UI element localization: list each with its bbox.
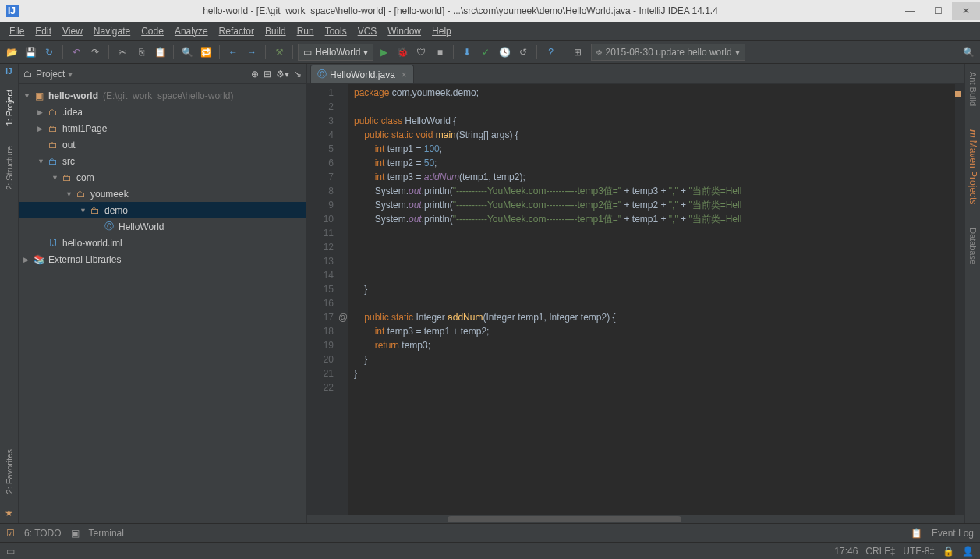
tree-item-HelloWorld[interactable]: ⒸHelloWorld — [19, 218, 306, 235]
folder-icon: 🗀 — [89, 204, 101, 217]
menu-view[interactable]: View — [58, 24, 87, 38]
build-icon[interactable]: ⚒ — [271, 44, 288, 61]
gear-icon[interactable]: ⚙▾ — [276, 69, 289, 80]
menu-analyze[interactable]: Analyze — [170, 24, 213, 38]
hector-icon[interactable]: 👤 — [962, 546, 974, 557]
chevron-down-icon: ▾ — [735, 47, 740, 58]
fold-column[interactable]: @ — [338, 84, 348, 515]
java-class-icon: Ⓒ — [317, 68, 327, 81]
maximize-button[interactable]: ☐ — [924, 2, 952, 20]
menu-help[interactable]: Help — [427, 24, 456, 38]
save-icon[interactable]: 💾 — [22, 44, 39, 61]
search-everywhere-icon[interactable]: 🔍 — [960, 44, 977, 61]
menu-build[interactable]: Build — [260, 24, 291, 38]
bottom-terminal[interactable]: Terminal — [89, 528, 124, 539]
tree-root[interactable]: ▼ ▣ hello-world (E:\git_work_space\hello… — [19, 87, 306, 104]
run-config-icon: ▭ — [303, 47, 312, 58]
folder-icon: 🗀 — [47, 122, 59, 135]
run-icon[interactable]: ▶ — [375, 44, 392, 61]
menu-refactor[interactable]: Refactor — [214, 24, 259, 38]
undo-icon[interactable]: ↶ — [68, 44, 85, 61]
line-number-gutter: 12345678910111213141516171819202122 — [307, 84, 338, 515]
todo-icon: ☑ — [6, 528, 15, 539]
right-tab-maven[interactable]: m Maven Projects — [968, 129, 978, 204]
tree-item-src[interactable]: ▼🗀src — [19, 153, 306, 169]
tree-item-youmeek[interactable]: ▼🗀youmeek — [19, 186, 306, 202]
tree-item-out[interactable]: 🗀out — [19, 136, 306, 153]
vcs-message-dropdown[interactable]: ⎆ 2015-08-30 update hello world ▾ — [591, 44, 745, 61]
right-tab-ant[interactable]: Ant Build — [968, 72, 978, 106]
debug-icon[interactable]: 🐞 — [394, 44, 411, 61]
scroll-from-source-icon[interactable]: ⊕ — [251, 69, 259, 80]
menu-code[interactable]: Code — [136, 24, 168, 38]
libraries-icon: 📚 — [33, 253, 45, 266]
run-config-dropdown[interactable]: ▭ HelloWorld ▾ — [298, 44, 373, 61]
minimize-button[interactable]: ― — [896, 2, 924, 20]
project-tree[interactable]: ▼ ▣ hello-world (E:\git_work_space\hello… — [19, 84, 306, 523]
tree-item-label: youmeek — [90, 189, 129, 200]
tree-item-.idea[interactable]: ▶🗀.idea — [19, 104, 306, 120]
vcs-history-icon[interactable]: 🕓 — [496, 44, 513, 61]
vcs-commit-icon[interactable]: ✓ — [477, 44, 494, 61]
copy-icon[interactable]: ⎘ — [133, 44, 150, 61]
tree-item-demo[interactable]: ▼🗀demo — [19, 202, 306, 218]
vcs-update-icon[interactable]: ⬇ — [458, 44, 476, 61]
menu-window[interactable]: Window — [383, 24, 426, 38]
sync-icon[interactable]: ↻ — [41, 44, 58, 61]
find-icon[interactable]: 🔍 — [179, 44, 196, 61]
hide-icon[interactable]: ↘ — [294, 69, 302, 80]
tree-item-label: com — [76, 172, 94, 183]
coverage-icon[interactable]: 🛡 — [412, 44, 430, 61]
menu-edit[interactable]: Edit — [30, 24, 56, 38]
commit-icon: ⎆ — [596, 47, 602, 58]
menu-tools[interactable]: Tools — [320, 24, 352, 38]
left-tab-structure[interactable]: 2: Structure — [3, 140, 16, 196]
chevron-down-icon: ▾ — [363, 47, 368, 58]
code-content[interactable]: package com.youmeek.demo;public class He… — [348, 84, 955, 515]
project-view-icon: 🗀 — [23, 69, 33, 80]
redo-icon[interactable]: ↷ — [87, 44, 104, 61]
lock-icon[interactable]: 🔒 — [943, 546, 954, 557]
open-icon[interactable]: 📂 — [3, 44, 20, 61]
titlebar: IJ hello-world - [E:\git_work_space\hell… — [0, 0, 980, 22]
forward-icon[interactable]: → — [243, 44, 260, 61]
menu-file[interactable]: File — [5, 24, 29, 38]
tree-external-libraries[interactable]: ▶ 📚 External Libraries — [19, 251, 306, 267]
tree-item-html1Page[interactable]: ▶🗀html1Page — [19, 120, 306, 136]
status-encoding[interactable]: UTF-8‡ — [903, 546, 935, 557]
tree-item-hello-world.iml[interactable]: IJhello-world.iml — [19, 235, 306, 251]
right-tab-database[interactable]: Database — [968, 228, 978, 264]
left-tab-favorites[interactable]: 2: Favorites — [3, 443, 16, 500]
back-icon[interactable]: ← — [225, 44, 242, 61]
help-icon[interactable]: ? — [542, 44, 559, 61]
menu-vcs[interactable]: VCS — [353, 24, 382, 38]
bottom-todo[interactable]: 6: TODO — [24, 528, 62, 539]
svg-text:IJ: IJ — [8, 5, 16, 16]
status-widget-icon[interactable]: ▭ — [6, 546, 15, 557]
code-area[interactable]: 12345678910111213141516171819202122 @ pa… — [307, 84, 964, 515]
status-time: 17:46 — [834, 546, 858, 557]
vcs-revert-icon[interactable]: ↺ — [515, 44, 532, 61]
replace-icon[interactable]: 🔁 — [197, 44, 214, 61]
project-panel-header: 🗀 Project ▾ ⊕ ⊟ ⚙▾ ↘ — [19, 64, 306, 84]
close-button[interactable]: ✕ — [952, 2, 980, 20]
close-tab-icon[interactable]: × — [402, 69, 407, 80]
star-icon: ★ — [5, 508, 13, 518]
chevron-down-icon[interactable]: ▾ — [68, 69, 73, 80]
horizontal-scrollbar[interactable] — [307, 515, 964, 523]
tree-item-com[interactable]: ▼🗀com — [19, 169, 306, 186]
left-tab-project[interactable]: 1: Project — [3, 83, 16, 132]
menu-run[interactable]: Run — [292, 24, 319, 38]
editor-tab-label: HelloWorld.java — [330, 69, 395, 80]
bottom-eventlog[interactable]: Event Log — [932, 528, 974, 539]
cut-icon[interactable]: ✂ — [114, 44, 131, 61]
editor-tab-helloworld[interactable]: Ⓒ HelloWorld.java × — [310, 65, 414, 83]
stop-icon[interactable]: ■ — [431, 44, 448, 61]
menu-navigate[interactable]: Navigate — [89, 24, 135, 38]
paste-icon[interactable]: 📋 — [151, 44, 168, 61]
structure-icon[interactable]: ⊞ — [569, 44, 586, 61]
right-tool-strip: Ant Build m Maven Projects Database — [964, 64, 980, 523]
status-linesep[interactable]: CRLF‡ — [865, 546, 895, 557]
collapse-all-icon[interactable]: ⊟ — [264, 69, 271, 80]
terminal-icon: ▣ — [71, 528, 80, 539]
